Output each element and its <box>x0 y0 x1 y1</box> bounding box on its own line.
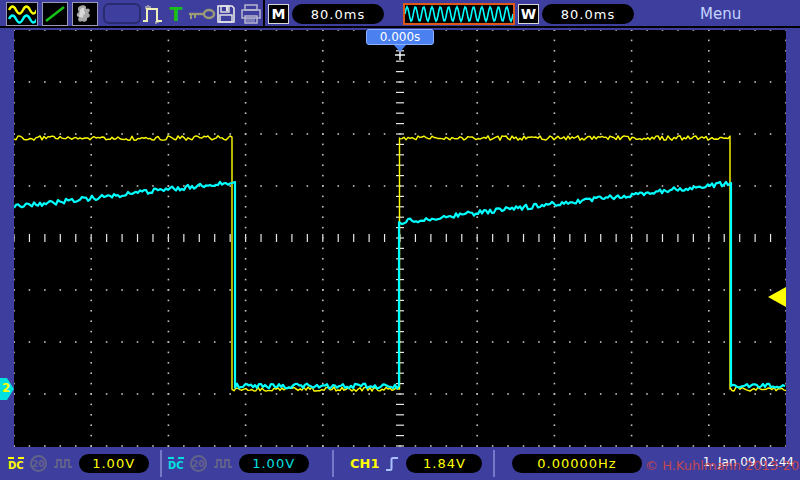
ch2-position-marker[interactable]: 2 <box>0 378 14 400</box>
ch1-bandwidth-icon: 20 <box>30 455 47 472</box>
trigger-info-group: CH1 1.84V <box>350 447 482 480</box>
save-floppy-icon <box>216 4 236 24</box>
pulse-button[interactable] <box>142 2 164 26</box>
key-lock-button[interactable] <box>188 2 216 26</box>
ch2-bandwidth-icon: 20 <box>190 455 207 472</box>
save-floppy-button[interactable] <box>215 2 237 26</box>
ch2-waveform-mode-icon <box>213 457 233 470</box>
trigger-rising-edge-icon <box>385 455 400 473</box>
ch1-coupling-icon[interactable]: DC <box>8 457 24 471</box>
trigger-position-pointer <box>394 45 406 52</box>
trigger-t-icon: T <box>170 3 183 25</box>
print-icon <box>240 4 262 24</box>
trigger-frequency-group: 0.00000Hz <box>512 447 642 480</box>
window-timebase-label: W <box>518 4 539 24</box>
scope-screen: 0.000s <box>14 30 786 447</box>
channel-waves-icon <box>8 3 36 25</box>
ch2-coupling-icon[interactable]: DC <box>168 457 184 471</box>
zoom-window-preview <box>403 3 515 25</box>
noise-snapshot-button[interactable] <box>72 2 98 26</box>
ch1-scale-readout: 1.00V <box>79 454 149 473</box>
preview-waveform <box>405 5 513 23</box>
draw-line-icon <box>44 4 66 24</box>
status-bar: DC 20 1.00V DC 20 1.00V CH1 1.84V 0.0000… <box>0 447 800 480</box>
top-toolbar: T M 80.0ms W <box>0 0 800 28</box>
waveform-display <box>14 30 786 447</box>
draw-line-button[interactable] <box>42 2 68 26</box>
ch1-info-group: DC 20 1.00V <box>8 447 149 480</box>
statusbar-separator <box>160 450 162 477</box>
statusbar-separator <box>332 450 334 477</box>
trigger-source-label: CH1 <box>350 456 379 471</box>
blank-slot <box>103 3 141 24</box>
key-lock-icon <box>188 5 216 23</box>
datetime-area: 1. Jan 09 02:44 © H.Kuhlmann 2013-2024 <box>645 447 797 480</box>
watermark-label: © H.Kuhlmann 2013-2024 <box>645 458 800 473</box>
trigger-t-button[interactable]: T <box>167 2 185 26</box>
channel-waves-button[interactable] <box>6 2 38 26</box>
noise-snapshot-icon <box>74 4 96 24</box>
pulse-icon <box>142 3 164 25</box>
toolbar-separator <box>263 0 265 28</box>
window-timebase-readout: 80.0ms <box>542 4 634 24</box>
statusbar-separator <box>493 450 495 477</box>
main-timebase-label: M <box>268 4 289 24</box>
print-button[interactable] <box>239 2 263 26</box>
trigger-level-readout: 1.84V <box>406 454 482 473</box>
main-timebase-readout: 80.0ms <box>292 4 384 24</box>
ch1-waveform-mode-icon <box>53 457 73 470</box>
trigger-frequency-readout: 0.00000Hz <box>512 454 642 473</box>
trigger-position-tab[interactable]: 0.000s <box>366 29 434 45</box>
ch2-info-group: DC 20 1.00V <box>168 447 309 480</box>
oscilloscope-ui: { "toolbar": { "icons": ["channel-waves"… <box>0 0 800 480</box>
menu-button[interactable]: Menu <box>700 5 741 23</box>
ch2-scale-readout: 1.00V <box>239 454 309 473</box>
